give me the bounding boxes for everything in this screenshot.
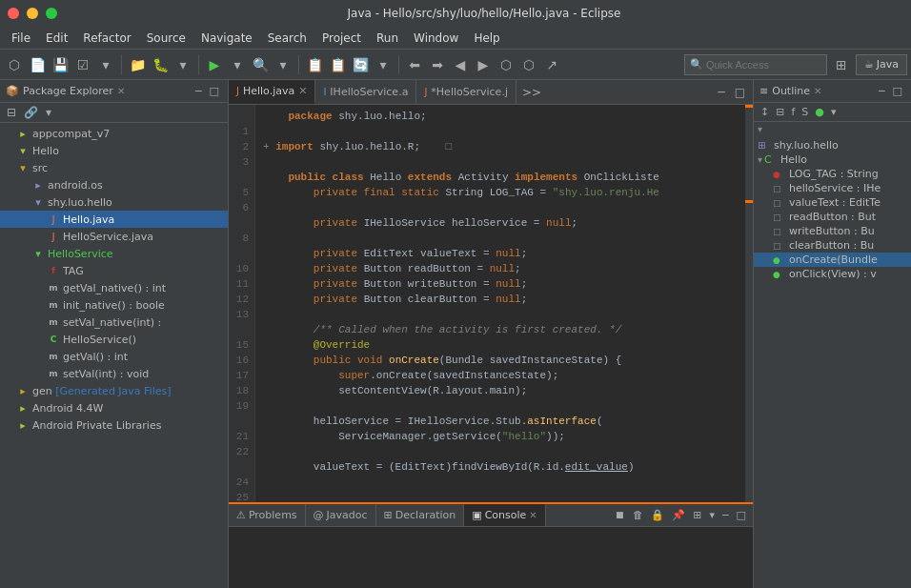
tb-chevron3[interactable]: ▾ (227, 54, 248, 75)
outline-readbutton[interactable]: □ readButton : But (754, 210, 911, 224)
editor-max-btn[interactable]: □ (731, 85, 749, 100)
tree-item-android-os[interactable]: ▸ android.os (0, 176, 228, 193)
tree-item-constructor[interactable]: C HelloService() (0, 331, 228, 348)
tab-ihelloservice[interactable]: I IHelloService.a (315, 80, 416, 104)
tb-chevron2[interactable]: ▾ (172, 54, 193, 75)
tb-fwd-btn[interactable]: ➡ (427, 54, 448, 75)
tb-save-btn[interactable]: 💾 (50, 54, 71, 75)
menu-project[interactable]: Project (314, 30, 369, 47)
console-pin-btn[interactable]: 📌 (669, 508, 688, 522)
menu-help[interactable]: Help (466, 30, 507, 47)
tb-run-btn[interactable]: ▶ (204, 54, 225, 75)
maximize-panel-btn[interactable]: □ (207, 84, 222, 98)
outline-onclick[interactable]: ● onClick(View) : v (754, 267, 911, 281)
menu-window[interactable]: Window (406, 30, 466, 47)
outline-helloservice-field[interactable]: □ helloService : IHe (754, 181, 911, 195)
code-content[interactable]: package shy.luo.hello; + import shy.luo.… (255, 105, 745, 502)
console-display-btn[interactable]: ▾ (706, 508, 718, 522)
outline-tree[interactable]: ⊞ shy.luo.hello ▾ C Hello ● LOG_TAG : St… (754, 136, 911, 588)
tab-console[interactable]: ▣ Console ✕ (464, 504, 545, 526)
outline-package[interactable]: ⊞ shy.luo.hello (754, 138, 911, 152)
tree-item-shy-luo-hello[interactable]: ▾ shy.luo.hello (0, 193, 228, 211)
console-scroll-lock-btn[interactable]: 🔒 (648, 508, 667, 522)
menu-navigate[interactable]: Navigate (193, 30, 260, 47)
tree-item-android-private[interactable]: ▸ Android Private Libraries (0, 416, 228, 434)
tb-next-btn[interactable]: ▶ (473, 54, 494, 75)
outline-oncreate[interactable]: ● onCreate(Bundle (754, 253, 911, 267)
outline-min-btn[interactable]: ─ (876, 84, 888, 98)
tab-javadoc[interactable]: @ Javadoc (306, 504, 376, 526)
tb-find-btn[interactable]: 🔍 (250, 54, 271, 75)
minimize-button[interactable] (27, 8, 38, 19)
tb-new-btn[interactable]: 📄 (27, 54, 48, 75)
tb-hist2-btn[interactable]: ⬡ (518, 54, 539, 75)
maximize-button[interactable] (46, 8, 57, 19)
tree-item-setval[interactable]: m setVal(int) : void (0, 365, 228, 382)
vertical-scrollbar[interactable] (745, 105, 753, 502)
outline-valuetext[interactable]: □ valueText : EditTe (754, 195, 911, 210)
java-perspective-btn[interactable]: ☕ Java (856, 54, 907, 75)
menu-run[interactable]: Run (369, 30, 406, 47)
tab-problems[interactable]: ⚠ Problems (229, 504, 306, 526)
pe-link-btn[interactable]: 🔗 (21, 105, 41, 120)
tab-helloservice-j[interactable]: J *HelloService.j (416, 80, 516, 104)
tb-print-btn[interactable]: ☑ (72, 54, 93, 75)
tree-item-appcompat[interactable]: ▸ appcompat_v7 (0, 125, 228, 142)
tree-item-helloservice[interactable]: ▾ HelloService (0, 245, 228, 262)
console-terminate-btn[interactable]: ⏹ (612, 508, 628, 522)
menu-search[interactable]: Search (260, 30, 314, 47)
console-max-btn[interactable]: □ (734, 508, 749, 522)
tree-item-src[interactable]: ▾ src (0, 159, 228, 176)
tree-item-setval-native[interactable]: m setVal_native(int) : (0, 314, 228, 331)
code-area[interactable]: 1 2 3 5 6 8 10 11 12 13 15 16 17 18 19 (229, 105, 753, 502)
outline-sort-btn[interactable]: ↕ (758, 105, 772, 119)
tree-item-getval[interactable]: m getVal() : int (0, 348, 228, 365)
tb-back-btn[interactable]: ⬡ (4, 54, 25, 75)
quickaccess-input[interactable] (684, 54, 827, 75)
console-min-btn[interactable]: ─ (719, 508, 732, 522)
tb-back2-btn[interactable]: ⬅ (404, 54, 425, 75)
outline-max-btn[interactable]: □ (890, 84, 905, 98)
tree-item-getval-native[interactable]: m getVal_native() : int (0, 279, 228, 296)
outline-fields-btn[interactable]: f (788, 105, 798, 119)
tb-tasks2-btn[interactable]: 📋 (327, 54, 348, 75)
outline-public-btn[interactable]: ● (812, 105, 827, 119)
outline-filter-btn[interactable]: ⊟ (773, 105, 787, 119)
tree-item-hello-java[interactable]: J Hello.java (0, 211, 228, 228)
package-tree[interactable]: ▸ appcompat_v7 ▾ Hello ▾ src ▸ android.o… (0, 123, 228, 588)
menu-file[interactable]: File (4, 30, 38, 47)
tree-item-init-native[interactable]: m init_native() : boole (0, 296, 228, 314)
outline-collapse-btn[interactable]: ▾ (754, 122, 911, 136)
tab-hello-java-close[interactable]: ✕ (298, 85, 307, 97)
tb-debug-btn[interactable]: 🐛 (150, 54, 171, 75)
tb-new2-btn[interactable]: 📁 (127, 54, 148, 75)
tb-hist-btn[interactable]: ⬡ (496, 54, 516, 75)
tree-item-tag[interactable]: f TAG (0, 262, 228, 279)
minimize-panel-btn[interactable]: ─ (192, 84, 205, 98)
outline-logtag[interactable]: ● LOG_TAG : String (754, 167, 911, 181)
outline-static-btn[interactable]: S (799, 105, 811, 119)
tb-perspective-btn[interactable]: ⊞ (831, 54, 852, 75)
tb-chevron4[interactable]: ▾ (273, 54, 294, 75)
menu-refactor[interactable]: Refactor (75, 30, 138, 47)
console-new-btn[interactable]: ⊞ (690, 508, 704, 522)
editor-min-btn[interactable]: ─ (714, 85, 728, 100)
tree-item-android44w[interactable]: ▸ Android 4.4W (0, 399, 228, 416)
menu-edit[interactable]: Edit (38, 30, 75, 47)
outline-clearbutton[interactable]: □ clearButton : Bu (754, 238, 911, 253)
tb-refresh-btn[interactable]: 🔄 (350, 54, 371, 75)
outline-menu-btn[interactable]: ▾ (828, 105, 840, 119)
close-button[interactable] (8, 8, 19, 19)
console-close-icon[interactable]: ✕ (529, 510, 536, 520)
pe-menu-btn[interactable]: ▾ (43, 105, 54, 120)
menu-source[interactable]: Source (139, 30, 193, 47)
tab-hello-java[interactable]: J Hello.java ✕ (229, 80, 315, 104)
tb-tasks-btn[interactable]: 📋 (304, 54, 325, 75)
tree-item-helloservice-java[interactable]: J HelloService.java (0, 228, 228, 245)
tb-chevron5[interactable]: ▾ (373, 54, 394, 75)
tab-declaration[interactable]: ⊞ Declaration (376, 504, 465, 526)
outline-writebutton[interactable]: □ writeButton : Bu (754, 224, 911, 238)
pe-collapse-btn[interactable]: ⊟ (4, 105, 19, 120)
tb-prev-btn[interactable]: ◀ (450, 54, 471, 75)
tb-export-btn[interactable]: ↗ (541, 54, 562, 75)
